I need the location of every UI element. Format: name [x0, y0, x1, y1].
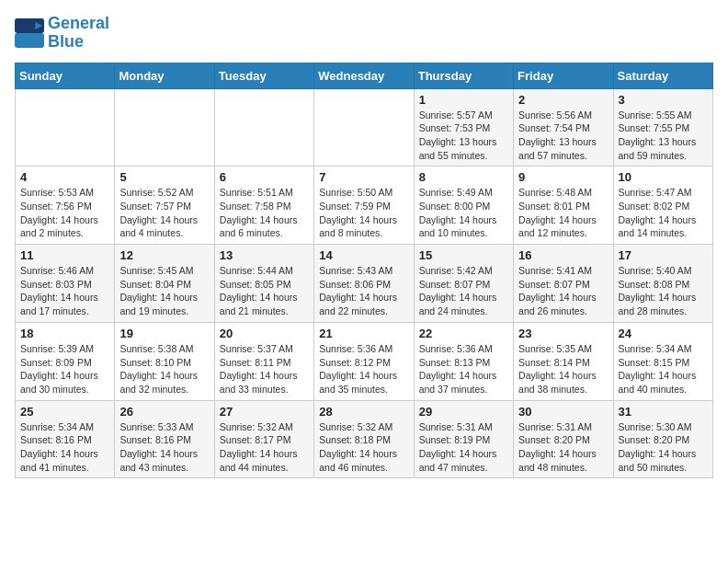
calendar-cell: 31Sunrise: 5:30 AM Sunset: 8:20 PM Dayli…: [613, 400, 712, 478]
day-number: 20: [220, 327, 309, 340]
day-number: 8: [419, 170, 508, 184]
day-info: Sunrise: 5:34 AM Sunset: 8:15 PM Dayligh…: [619, 342, 708, 396]
calendar-week-row: 4Sunrise: 5:53 AM Sunset: 7:56 PM Daylig…: [16, 167, 713, 245]
calendar-cell: [314, 88, 414, 167]
day-info: Sunrise: 5:39 AM Sunset: 8:09 PM Dayligh…: [20, 342, 109, 396]
calendar-cell: 14Sunrise: 5:43 AM Sunset: 8:06 PM Dayli…: [314, 245, 414, 323]
day-number: 19: [119, 327, 209, 340]
day-info: Sunrise: 5:35 AM Sunset: 8:14 PM Dayligh…: [518, 342, 608, 396]
day-header-friday: Friday: [514, 63, 613, 88]
day-info: Sunrise: 5:31 AM Sunset: 8:20 PM Dayligh…: [518, 420, 608, 475]
day-number: 25: [20, 405, 109, 419]
day-number: 16: [518, 248, 608, 262]
calendar-cell: 17Sunrise: 5:40 AM Sunset: 8:08 PM Dayli…: [613, 245, 712, 323]
day-number: 23: [518, 327, 608, 340]
day-number: 18: [20, 327, 109, 340]
day-number: 24: [619, 327, 708, 340]
day-number: 10: [619, 170, 708, 184]
day-number: 30: [518, 405, 608, 419]
calendar-cell: 21Sunrise: 5:36 AM Sunset: 8:12 PM Dayli…: [314, 322, 414, 400]
day-number: 1: [419, 93, 508, 107]
calendar-week-row: 25Sunrise: 5:34 AM Sunset: 8:16 PM Dayli…: [16, 400, 713, 478]
day-info: Sunrise: 5:46 AM Sunset: 8:03 PM Dayligh…: [20, 264, 109, 318]
calendar-cell: 18Sunrise: 5:39 AM Sunset: 8:09 PM Dayli…: [16, 322, 115, 400]
day-info: Sunrise: 5:44 AM Sunset: 8:05 PM Dayligh…: [220, 264, 309, 318]
calendar-cell: 11Sunrise: 5:46 AM Sunset: 8:03 PM Dayli…: [16, 245, 115, 323]
day-number: 21: [319, 327, 408, 340]
logo: General Blue: [15, 15, 109, 52]
calendar-cell: [214, 88, 313, 167]
calendar-cell: 13Sunrise: 5:44 AM Sunset: 8:05 PM Dayli…: [214, 245, 313, 323]
day-info: Sunrise: 5:52 AM Sunset: 7:57 PM Dayligh…: [119, 186, 209, 240]
day-info: Sunrise: 5:47 AM Sunset: 8:02 PM Dayligh…: [619, 186, 708, 240]
day-number: 14: [319, 248, 408, 262]
calendar-cell: 12Sunrise: 5:45 AM Sunset: 8:04 PM Dayli…: [115, 245, 214, 323]
calendar-cell: 10Sunrise: 5:47 AM Sunset: 8:02 PM Dayli…: [613, 167, 712, 245]
calendar-cell: 15Sunrise: 5:42 AM Sunset: 8:07 PM Dayli…: [414, 245, 513, 323]
calendar-cell: 4Sunrise: 5:53 AM Sunset: 7:56 PM Daylig…: [16, 167, 115, 245]
day-info: Sunrise: 5:37 AM Sunset: 8:11 PM Dayligh…: [220, 342, 309, 396]
day-info: Sunrise: 5:51 AM Sunset: 7:58 PM Dayligh…: [220, 186, 309, 240]
calendar-cell: 28Sunrise: 5:32 AM Sunset: 8:18 PM Dayli…: [314, 400, 414, 478]
calendar-cell: 24Sunrise: 5:34 AM Sunset: 8:15 PM Dayli…: [613, 322, 712, 400]
day-info: Sunrise: 5:55 AM Sunset: 7:55 PM Dayligh…: [619, 109, 708, 163]
day-info: Sunrise: 5:40 AM Sunset: 8:08 PM Dayligh…: [619, 264, 708, 318]
calendar-cell: [115, 88, 214, 167]
calendar-table: SundayMondayTuesdayWednesdayThursdayFrid…: [15, 63, 713, 479]
day-info: Sunrise: 5:38 AM Sunset: 8:10 PM Dayligh…: [119, 342, 209, 396]
calendar-week-row: 11Sunrise: 5:46 AM Sunset: 8:03 PM Dayli…: [16, 245, 713, 323]
day-info: Sunrise: 5:57 AM Sunset: 7:53 PM Dayligh…: [419, 109, 508, 163]
day-number: 5: [119, 170, 209, 184]
calendar-cell: 2Sunrise: 5:56 AM Sunset: 7:54 PM Daylig…: [514, 88, 613, 167]
day-info: Sunrise: 5:36 AM Sunset: 8:13 PM Dayligh…: [419, 342, 508, 396]
calendar-cell: [16, 88, 115, 167]
day-info: Sunrise: 5:33 AM Sunset: 8:16 PM Dayligh…: [119, 420, 209, 475]
day-number: 15: [419, 248, 508, 262]
day-info: Sunrise: 5:32 AM Sunset: 8:18 PM Dayligh…: [319, 420, 408, 475]
calendar-cell: 8Sunrise: 5:49 AM Sunset: 8:00 PM Daylig…: [414, 167, 513, 245]
logo-text: General Blue: [48, 15, 109, 52]
day-number: 22: [419, 327, 508, 340]
calendar-cell: 25Sunrise: 5:34 AM Sunset: 8:16 PM Dayli…: [16, 400, 115, 478]
day-info: Sunrise: 5:34 AM Sunset: 8:16 PM Dayligh…: [20, 420, 109, 475]
day-header-wednesday: Wednesday: [314, 63, 414, 88]
calendar-cell: 26Sunrise: 5:33 AM Sunset: 8:16 PM Dayli…: [115, 400, 214, 478]
day-info: Sunrise: 5:49 AM Sunset: 8:00 PM Dayligh…: [419, 186, 508, 240]
logo-icon: [15, 18, 44, 48]
day-number: 2: [518, 93, 608, 107]
day-number: 6: [220, 170, 309, 184]
day-number: 31: [619, 405, 708, 419]
day-header-monday: Monday: [115, 63, 214, 88]
calendar-cell: 22Sunrise: 5:36 AM Sunset: 8:13 PM Dayli…: [414, 322, 513, 400]
calendar-cell: 30Sunrise: 5:31 AM Sunset: 8:20 PM Dayli…: [514, 400, 613, 478]
calendar-header-row: SundayMondayTuesdayWednesdayThursdayFrid…: [16, 63, 713, 88]
calendar-cell: 7Sunrise: 5:50 AM Sunset: 7:59 PM Daylig…: [314, 167, 414, 245]
day-info: Sunrise: 5:43 AM Sunset: 8:06 PM Dayligh…: [319, 264, 408, 318]
calendar-cell: 9Sunrise: 5:48 AM Sunset: 8:01 PM Daylig…: [514, 167, 613, 245]
day-info: Sunrise: 5:31 AM Sunset: 8:19 PM Dayligh…: [419, 420, 508, 475]
day-number: 7: [319, 170, 408, 184]
day-number: 11: [20, 248, 109, 262]
svg-rect-1: [15, 33, 44, 48]
day-info: Sunrise: 5:48 AM Sunset: 8:01 PM Dayligh…: [518, 186, 608, 240]
day-header-thursday: Thursday: [414, 63, 513, 88]
day-info: Sunrise: 5:32 AM Sunset: 8:17 PM Dayligh…: [220, 420, 309, 475]
day-info: Sunrise: 5:41 AM Sunset: 8:07 PM Dayligh…: [518, 264, 608, 318]
day-info: Sunrise: 5:30 AM Sunset: 8:20 PM Dayligh…: [619, 420, 708, 475]
day-info: Sunrise: 5:53 AM Sunset: 7:56 PM Dayligh…: [20, 186, 109, 240]
day-info: Sunrise: 5:56 AM Sunset: 7:54 PM Dayligh…: [518, 109, 608, 163]
day-info: Sunrise: 5:36 AM Sunset: 8:12 PM Dayligh…: [319, 342, 408, 396]
day-number: 9: [518, 170, 608, 184]
calendar-cell: 3Sunrise: 5:55 AM Sunset: 7:55 PM Daylig…: [613, 88, 712, 167]
calendar-cell: 1Sunrise: 5:57 AM Sunset: 7:53 PM Daylig…: [414, 88, 513, 167]
day-info: Sunrise: 5:50 AM Sunset: 7:59 PM Dayligh…: [319, 186, 408, 240]
day-number: 4: [20, 170, 109, 184]
page-header: General Blue: [15, 15, 713, 52]
day-number: 27: [220, 405, 309, 419]
calendar-cell: 16Sunrise: 5:41 AM Sunset: 8:07 PM Dayli…: [514, 245, 613, 323]
day-header-sunday: Sunday: [16, 63, 115, 88]
day-number: 12: [119, 248, 209, 262]
day-number: 29: [419, 405, 508, 419]
day-info: Sunrise: 5:42 AM Sunset: 8:07 PM Dayligh…: [419, 264, 508, 318]
day-info: Sunrise: 5:45 AM Sunset: 8:04 PM Dayligh…: [119, 264, 209, 318]
